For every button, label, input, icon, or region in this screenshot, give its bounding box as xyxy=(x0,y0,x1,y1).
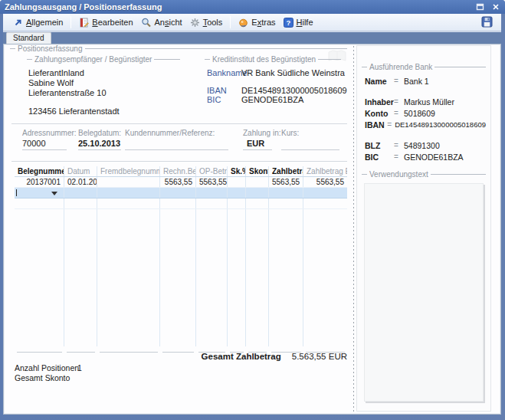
bank-name-row: Name=Bank 1 xyxy=(365,77,486,86)
col-op-betrag[interactable]: OP-Betrag xyxy=(196,166,228,176)
close-icon[interactable] xyxy=(490,2,500,12)
arrow-up-right-icon xyxy=(13,18,23,28)
bic-value: GENODE61BZA xyxy=(241,95,303,104)
col-zahlbetrag[interactable]: Zahlbetrag xyxy=(269,166,303,176)
kurs-field[interactable]: Kurs: xyxy=(281,129,339,150)
iban-value: DE14548913000005018609 xyxy=(241,86,347,95)
payee-contact: Sabine Wolf xyxy=(28,78,74,87)
table-header-row[interactable]: Belegnummer Datum Fremdbelegnummer Rechn… xyxy=(15,166,347,177)
iban-label: IBAN xyxy=(207,86,227,95)
restore-icon-glyph xyxy=(476,3,484,11)
bank-bic-row: BIC=GENODE61BZA xyxy=(365,153,486,162)
close-icon-glyph xyxy=(492,3,500,11)
toolbar-separator xyxy=(71,16,71,28)
bank-inhaber-row: Inhaber=Markus Müller xyxy=(365,97,486,107)
table-empty-area[interactable] xyxy=(15,209,347,346)
extras-ball-icon xyxy=(238,18,248,28)
sidebar-panel: Ausführende Bank Name=Bank 1 Inhaber=Mar… xyxy=(356,45,491,412)
anzahl-positionen-value: 1 xyxy=(77,363,82,372)
content-panel: Positionserfassung Zahlungsempfänger / B… xyxy=(3,44,501,415)
window-title: Zahlungsausgang / Positionserfassung xyxy=(5,2,475,11)
payee-legend: Zahlungsempfänger / Begünstigter xyxy=(27,55,180,64)
table-row[interactable]: 20137001 02.01.2013 5563,55 5563,55 5563… xyxy=(15,177,347,188)
save-floppy-icon xyxy=(481,16,493,28)
menu-allgemein[interactable]: Allgemein xyxy=(9,16,67,29)
gesamt-skonto-label: Gesamt Skonto xyxy=(15,373,70,382)
table-row-empty[interactable] xyxy=(15,199,347,209)
col-datum[interactable]: Datum xyxy=(64,166,97,176)
group-positionserfassung-legend: Positionserfassung xyxy=(10,44,347,53)
col-zahlbetrag-euro[interactable]: Zahlbetrag Euro xyxy=(303,166,347,176)
help-icon: ? xyxy=(284,18,293,28)
belegdatum-field[interactable]: Belegdatum: 25.10.2013 xyxy=(78,129,121,150)
table-row-selected[interactable] xyxy=(15,188,347,199)
payee-street: Lieferantenstraße 10 xyxy=(28,88,107,97)
app-window: Zahlungsausgang / Positionserfassung All… xyxy=(0,0,505,420)
verwendungstext-textarea[interactable] xyxy=(364,183,484,402)
menu-tools[interactable]: Tools xyxy=(186,16,227,29)
verwendungstext-legend: Verwendungstext xyxy=(362,170,486,179)
edit-icon xyxy=(79,18,89,28)
bank-blz-row: BLZ=54891300 xyxy=(365,141,486,150)
col-skonto[interactable]: Skonto xyxy=(246,166,269,176)
bank-konto-row: Konto=5018609 xyxy=(365,109,486,118)
menu-hilfe[interactable]: ? Hilfe xyxy=(280,16,317,29)
bankname-value: VR Bank Südliche Weinstra xyxy=(241,68,345,77)
credit-institute-legend: Kreditinstitut des Begünstigten xyxy=(205,55,341,64)
restore-icon[interactable] xyxy=(475,2,485,12)
separator xyxy=(11,123,347,124)
adressnummer-field[interactable]: Adressnummer: 70000 xyxy=(22,129,67,150)
text-caret xyxy=(16,189,17,196)
splitter-handle[interactable] xyxy=(353,46,355,412)
gesamt-zahlbetrag-label: Gesamt Zahlbetrag xyxy=(202,352,281,361)
col-belegnummer[interactable]: Belegnummer xyxy=(15,166,64,176)
col-rechn-betrag[interactable]: Rechn.Betrag xyxy=(160,166,196,176)
svg-text:?: ? xyxy=(286,18,290,27)
bank-iban-row: IBAN=DE14548913000005018609 xyxy=(365,120,486,130)
col-fremdbelegnummer[interactable]: Fremdbelegnummer xyxy=(97,166,160,176)
gesamt-zahlbetrag: Gesamt Zahlbetrag5.563,55 EUR xyxy=(4,352,347,361)
kundennummer-field[interactable]: Kundennummer/Referenz: xyxy=(125,129,228,150)
tabstrip: Standard xyxy=(3,31,501,44)
menu-ansicht[interactable]: Ansicht xyxy=(137,16,186,29)
payee-name: LieferantInland xyxy=(28,68,84,77)
menubar: Allgemein Bearbeiten Ansicht xyxy=(3,14,501,31)
zahlung-in-field[interactable]: Zahlung in: EUR xyxy=(243,129,272,150)
payee-city: 123456 Lieferantenstadt xyxy=(28,107,120,116)
toolbar-separator xyxy=(230,16,231,28)
gear-icon xyxy=(190,18,200,28)
anzahl-positionen-label: Anzahl Positionen xyxy=(15,363,79,372)
separator xyxy=(11,161,347,162)
menu-bearbeiten[interactable]: Bearbeiten xyxy=(75,16,136,29)
magnifier-icon xyxy=(141,18,152,28)
gesamt-zahlbetrag-value: 5.563,55 EUR xyxy=(292,352,347,361)
dropdown-arrow-icon[interactable] xyxy=(51,192,57,195)
positions-table: Belegnummer Datum Fremdbelegnummer Rechn… xyxy=(15,166,347,353)
menu-extras[interactable]: Extras xyxy=(234,16,279,29)
tab-standard[interactable]: Standard xyxy=(6,32,51,44)
ausfuehrende-bank-legend: Ausführende Bank xyxy=(362,63,486,71)
bic-label: BIC xyxy=(207,95,221,104)
save-button[interactable] xyxy=(479,15,495,30)
titlebar: Zahlungsausgang / Positionserfassung xyxy=(0,0,505,14)
col-sk-prozent[interactable]: Sk.% xyxy=(228,166,246,176)
